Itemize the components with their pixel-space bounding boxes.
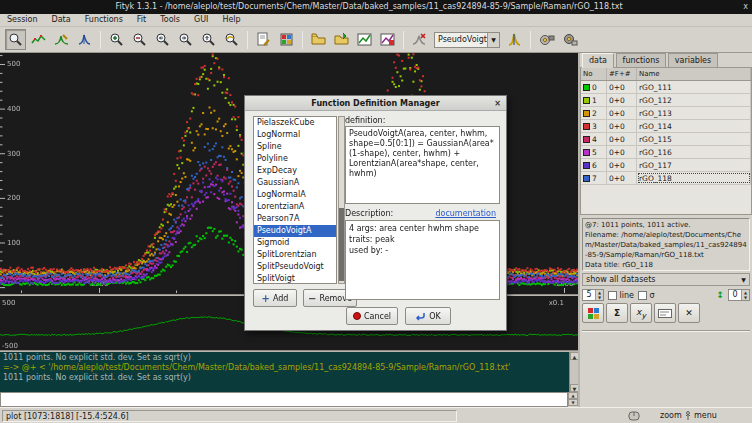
function-list-item[interactable]: PseudoVoigtA: [254, 225, 336, 237]
edit-title-button[interactable]: [654, 303, 676, 323]
open-data-button[interactable]: [308, 29, 329, 50]
zoom-left-button[interactable]: [152, 29, 173, 50]
zoom-right-button[interactable]: [175, 29, 196, 50]
menu-item-tools[interactable]: Tools: [153, 14, 187, 24]
output-console[interactable]: 1011 points. No explicit std. dev. Set a…: [0, 352, 578, 392]
run-fit-button[interactable]: [536, 29, 557, 50]
shift-down-icon[interactable]: ▼: [741, 295, 749, 300]
point-size-down-icon[interactable]: ▼: [595, 295, 603, 300]
add-function-button[interactable]: [504, 29, 525, 50]
function-list-scrollbar[interactable]: [338, 116, 345, 284]
tab-functions[interactable]: functions: [616, 53, 666, 67]
command-input[interactable]: [0, 392, 568, 407]
add-button[interactable]: +Add: [253, 289, 297, 307]
dataset-filter-dropdown[interactable]: show all datasets ▼: [582, 273, 750, 286]
mouse-right-hint: menu: [694, 411, 717, 420]
menu-item-data[interactable]: Data: [45, 14, 78, 24]
function-list-item[interactable]: ExpDecay: [254, 165, 336, 177]
dataset-info: @7: 1011 points, 1011 active. Filename: …: [582, 218, 750, 271]
function-list-item[interactable]: SplitPseudoVoigt: [254, 261, 336, 273]
function-list-item[interactable]: LogNormalA: [254, 189, 336, 201]
console-line: 1011 points. No explicit std. dev. Set a…: [0, 372, 578, 382]
function-list[interactable]: PielaszekCubeLogNormalSplinePolylineExpD…: [253, 116, 337, 284]
zoom-in-button[interactable]: [106, 29, 127, 50]
zoom-mode-button[interactable]: [5, 29, 26, 50]
tab-variables[interactable]: variables: [668, 53, 718, 67]
history-up-icon[interactable]: ▲: [568, 392, 578, 399]
menu-item-session[interactable]: Session: [0, 14, 45, 24]
function-list-item[interactable]: LogNormal: [254, 129, 336, 141]
dataset-row[interactable]: 70+0rGO_118: [581, 172, 751, 185]
shift-value: 0: [729, 290, 741, 300]
data-editor-button[interactable]: [276, 29, 297, 50]
ok-button[interactable]: OK: [405, 307, 451, 325]
dataset-row[interactable]: 00+0rGO_111: [581, 81, 751, 94]
dataset-row[interactable]: 10+0rGO_112: [581, 94, 751, 107]
scrollbar-thumb[interactable]: [339, 208, 344, 281]
function-list-item[interactable]: Polyline: [254, 153, 336, 165]
dataset-color-swatch: [583, 162, 590, 169]
dataset-color-swatch: [583, 136, 590, 143]
line-checkbox[interactable]: [608, 291, 617, 300]
window-title: Fityk 1.3.1 - /home/aleplo/test/Document…: [0, 2, 738, 11]
scroll-down-icon[interactable]: ▼: [570, 384, 578, 392]
function-list-item[interactable]: Spline: [254, 141, 336, 153]
dataset-row[interactable]: 60+0rGO_117: [581, 159, 751, 172]
console-scrollbar[interactable]: ▲ ▼: [569, 352, 578, 392]
function-list-item[interactable]: GaussianA: [254, 177, 336, 189]
data-range-mode-button[interactable]: [28, 29, 49, 50]
dataset-color-swatch: [583, 149, 590, 156]
dataset-row[interactable]: 20+0rGO_113: [581, 107, 751, 120]
function-type-combo[interactable]: PseudoVoigtA ▼: [434, 32, 500, 48]
add-peak-mode-button[interactable]: [51, 29, 72, 50]
tab-data[interactable]: data: [582, 53, 614, 68]
function-list-item[interactable]: Sigmoid: [254, 237, 336, 249]
dialog-close-icon[interactable]: ×: [494, 99, 501, 108]
fit-settings-button[interactable]: [559, 29, 580, 50]
menu-item-fit[interactable]: Fit: [130, 14, 153, 24]
sum-datasets-button[interactable]: Σ: [606, 303, 628, 323]
save-image-button[interactable]: [354, 29, 375, 50]
color-scheme-button[interactable]: [582, 303, 604, 323]
save-session-button[interactable]: [377, 29, 398, 50]
auto-add-peak-button[interactable]: [409, 29, 430, 50]
command-history-spinner[interactable]: ▲ ▼: [568, 392, 578, 407]
shift-spinner[interactable]: 0 ▲▼: [728, 289, 750, 301]
function-list-item[interactable]: SplitLorentzian: [254, 249, 336, 261]
dialog-title-bar[interactable]: Function Definition Manager ×: [245, 96, 506, 111]
dataset-row[interactable]: 30+0rGO_114: [581, 120, 751, 133]
delete-dataset-button[interactable]: ✕: [678, 303, 700, 323]
dataset-row[interactable]: 40+0rGO_115: [581, 133, 751, 146]
menu-bar: SessionDataFunctionsFitToolsGUIHelp: [0, 14, 752, 27]
point-size-value: 5: [583, 290, 595, 300]
sigma-checkbox[interactable]: [638, 291, 647, 300]
ok-icon: [415, 312, 426, 321]
cancel-button[interactable]: Cancel: [346, 307, 398, 325]
dialog-title: Function Definition Manager: [245, 96, 506, 108]
scroll-up-icon[interactable]: ▲: [570, 352, 578, 360]
menu-item-help[interactable]: Help: [215, 14, 247, 24]
zoom-vertical-button[interactable]: [198, 29, 219, 50]
add-point-mode-button[interactable]: [74, 29, 95, 50]
description-label: Description:: [345, 209, 393, 218]
function-list-item[interactable]: PielaszekCube: [254, 117, 336, 129]
function-list-item[interactable]: Pearson7A: [254, 213, 336, 225]
dataset-color-swatch: [583, 97, 590, 104]
append-data-button[interactable]: [331, 29, 352, 50]
function-list-item[interactable]: LorentzianA: [254, 201, 336, 213]
edit-xy-button[interactable]: xy: [630, 303, 652, 323]
definition-textarea[interactable]: PseudoVoigtA(area, center, hwhm, shape=0…: [345, 126, 500, 204]
zoom-previous-button[interactable]: [221, 29, 242, 50]
dataset-row[interactable]: 50+0rGO_116: [581, 146, 751, 159]
dataset-filter-value: show all datasets: [583, 275, 738, 284]
menu-item-gui[interactable]: GUI: [187, 14, 215, 24]
point-size-spinner[interactable]: 5 ▲▼: [582, 289, 604, 301]
documentation-link[interactable]: documentation: [435, 209, 496, 218]
menu-item-functions[interactable]: Functions: [78, 14, 130, 24]
title-bar[interactable]: Fityk 1.3.1 - /home/aleplo/test/Document…: [0, 0, 752, 14]
history-down-icon[interactable]: ▼: [568, 399, 578, 406]
function-list-item[interactable]: SplitVoigt: [254, 273, 336, 284]
edit-script-button[interactable]: [253, 29, 274, 50]
zoom-out-button[interactable]: [129, 29, 150, 50]
window-close-icon[interactable]: x: [743, 2, 748, 11]
